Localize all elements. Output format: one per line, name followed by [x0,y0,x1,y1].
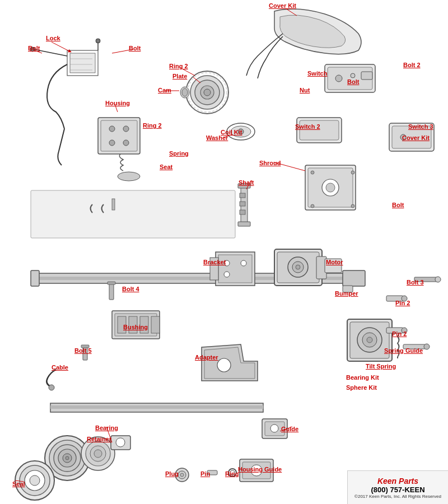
retainer-assembly [111,436,130,450]
svg-point-122 [180,473,184,477]
label-motor[interactable]: Motor [326,259,343,265]
label-bumper[interactable]: Bumper [335,290,358,297]
diagram-container: LockBoltBoltCover KitBolt 2Ring 2SwitchB… [0,0,448,504]
svg-rect-95 [109,283,114,300]
label-seal[interactable]: Seal [12,480,25,487]
svg-point-17 [182,88,188,96]
label-bolt-mid-right[interactable]: Bolt [347,78,359,85]
svg-point-103 [270,424,278,432]
svg-rect-32 [361,72,372,80]
svg-point-70 [224,272,230,277]
shroud-assembly [305,165,356,210]
svg-point-78 [49,385,54,390]
svg-point-24 [123,126,129,132]
svg-point-9 [96,39,100,43]
svg-point-42 [311,171,314,174]
label-cam[interactable]: Cam [158,87,171,94]
svg-point-92 [435,277,441,282]
label-bolt5[interactable]: Bolt 5 [74,347,92,354]
label-ring2[interactable]: Ring 2 [169,63,188,69]
label-pin2-right-bot[interactable]: Pin 2 [392,330,407,337]
svg-point-62 [296,265,300,269]
svg-rect-56 [31,270,39,286]
label-bolt4[interactable]: Bolt 4 [122,286,139,292]
label-bushing[interactable]: Bushing [123,324,148,330]
svg-rect-52 [31,190,235,238]
copyright: ©2017 Keen Parts, Inc. All Rights Reserv… [354,494,441,499]
svg-rect-22 [101,120,137,151]
label-pin-bot[interactable]: Pin [200,470,210,477]
label-bolt-lower-right[interactable]: Bolt [392,202,404,208]
label-nut[interactable]: Nut [300,87,310,94]
svg-point-109 [66,456,69,460]
label-bolt2-right[interactable]: Bolt 2 [403,62,421,68]
label-bearing-kit[interactable]: Bearing Kit [346,374,379,381]
svg-point-14 [204,89,211,96]
svg-point-44 [311,204,314,208]
label-plug[interactable]: Plug [165,470,179,477]
svg-rect-51 [240,210,245,214]
svg-point-45 [351,204,354,208]
svg-point-119 [116,438,125,447]
brand-logo: Keen Parts [377,477,418,486]
label-shroud[interactable]: Shroud [259,160,281,166]
label-bracket[interactable]: Bracket [203,259,226,265]
bracket-assembly [210,252,255,286]
svg-rect-49 [240,193,245,198]
svg-rect-96 [108,282,115,284]
label-plate[interactable]: Plate [172,73,187,80]
label-cover-kit-right[interactable]: Cover Kit [402,134,430,141]
label-cable[interactable]: Cable [52,364,68,371]
label-cover-kit-top[interactable]: Cover Kit [269,2,296,9]
svg-point-77 [217,358,231,372]
svg-point-94 [424,344,430,349]
svg-point-83 [367,337,372,343]
label-housing-guide[interactable]: Housing Guide [238,466,282,473]
label-pin2-right-top[interactable]: Pin 2 [395,300,410,306]
svg-rect-50 [240,202,245,206]
label-retainer[interactable]: Retainer [87,436,111,442]
top-panel [31,190,235,238]
svg-point-43 [351,171,354,174]
svg-point-30 [335,75,342,82]
label-switch2[interactable]: Switch 2 [295,123,320,130]
label-tilt-spring[interactable]: Tilt Spring [366,363,396,370]
phone-number: (800) 757-KEEN [371,486,424,494]
label-adapter[interactable]: Adapter [195,354,218,361]
label-shaft[interactable]: Shaft [239,179,254,186]
label-coil-kit[interactable]: Coil Kit [221,129,242,136]
svg-point-26 [123,140,129,146]
svg-point-25 [109,140,115,146]
label-sphere-kit[interactable]: Sphere Kit [346,384,377,391]
svg-rect-53 [112,199,115,210]
label-switch3[interactable]: Switch 3 [408,123,433,130]
label-bolt-top-left[interactable]: Bolt [28,45,40,52]
svg-point-113 [94,450,102,458]
label-bearing[interactable]: Bearing [95,424,118,431]
svg-point-69 [241,260,246,266]
label-ring-bot[interactable]: Ring [225,470,239,477]
svg-rect-100 [50,405,263,409]
label-spring-guide[interactable]: Spring Guide [384,347,423,354]
svg-rect-57 [343,270,365,286]
svg-point-31 [351,73,355,78]
svg-rect-76 [151,316,160,333]
svg-point-117 [30,475,40,486]
footer: Keen Parts (800) 757-KEEN ©2017 Keen Par… [347,470,448,504]
label-bolt-top-mid[interactable]: Bolt [129,45,141,52]
label-switch-top[interactable]: Switch [307,70,327,77]
label-bolt3[interactable]: Bolt 3 [407,279,424,286]
svg-point-41 [326,183,335,192]
label-housing[interactable]: Housing [105,100,130,106]
label-spring[interactable]: Spring [169,150,189,157]
lower-shaft [50,403,263,412]
label-guide[interactable]: Guide [281,426,298,432]
svg-point-23 [109,126,115,132]
svg-point-27 [118,172,140,181]
technical-diagram [0,0,448,504]
label-lock[interactable]: Lock [46,35,60,41]
label-seat[interactable]: Seat [160,164,172,170]
label-ring2-lower[interactable]: Ring 2 [143,122,162,129]
svg-rect-48 [238,222,250,226]
